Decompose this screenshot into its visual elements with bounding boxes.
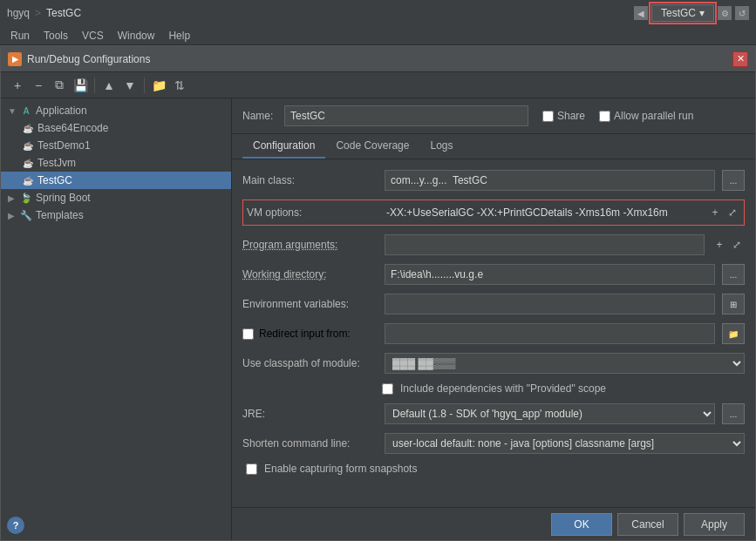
project-title: TestGC (46, 7, 81, 19)
env-vars-browse-button[interactable]: ⊞ (722, 294, 745, 314)
tree-item-testgc[interactable]: ☕ TestGC (1, 172, 231, 189)
program-args-input[interactable] (385, 234, 705, 255)
working-dir-browse-button[interactable]: ... (722, 264, 745, 285)
redirect-checkbox[interactable] (242, 328, 254, 340)
ok-button[interactable]: OK (551, 513, 612, 536)
menu-tools[interactable]: Tools (37, 28, 75, 44)
name-row: Name: Share Allow parallel run (232, 98, 755, 134)
copy-config-button[interactable]: ⧉ (50, 76, 69, 95)
sort-button[interactable]: ⇅ (170, 76, 189, 95)
java-file-icon: ☕ (22, 157, 34, 169)
tree-item-testjvm[interactable]: ☕ TestJvm (1, 154, 231, 172)
vm-add-button[interactable]: + (707, 205, 723, 220)
prog-args-add-button[interactable]: + (712, 237, 727, 253)
working-dir-label: Working directory: (242, 268, 378, 281)
vm-options-buttons: + ⤢ (707, 205, 740, 220)
redirect-check-group: Redirect input from: (242, 328, 378, 340)
application-group-icon: A (20, 105, 32, 117)
config-tree-panel: ▼ A Application ☕ Base64Encode ☕ TestDem… (1, 98, 232, 540)
env-vars-row: Environment variables: ⊞ (242, 294, 745, 314)
remove-config-button[interactable]: − (29, 76, 48, 95)
share-checkbox[interactable] (542, 111, 554, 122)
enable-snapshots-row: Enable capturing form snapshots (242, 463, 745, 475)
move-up-button[interactable]: ▲ (99, 76, 119, 95)
tab-logs[interactable]: Logs (419, 134, 463, 159)
tree-expand-arrow: ▼ (8, 106, 17, 116)
menu-bar: Run Tools VCS Window Help (0, 26, 756, 45)
dialog-body: ▼ A Application ☕ Base64Encode ☕ TestDem… (1, 98, 755, 540)
main-class-browse-button[interactable]: ... (722, 170, 745, 191)
name-input[interactable] (284, 105, 528, 126)
tree-item-templates[interactable]: ▶ 🔧 Templates (1, 206, 231, 224)
cancel-button[interactable]: Cancel (617, 513, 678, 536)
dialog-run-icon: ▶ (8, 52, 22, 66)
shorten-cmd-select[interactable]: user-local default: none - java [options… (385, 433, 745, 454)
redirect-input-row: Redirect input from: 📁 (242, 323, 745, 344)
move-down-button[interactable]: ▼ (120, 76, 140, 95)
templates-icon: 🔧 (20, 209, 32, 221)
save-config-button[interactable]: 💾 (71, 76, 90, 95)
share-label: Share (557, 110, 585, 122)
allow-parallel-group: Allow parallel run (599, 110, 693, 122)
working-dir-row: Working directory: ... (242, 264, 745, 285)
title-bar-left: hgyq > TestGC (7, 7, 81, 19)
dialog-footer: OK Cancel Apply (232, 507, 755, 540)
program-args-row: Program arguments: + ⤢ (242, 234, 745, 255)
working-dir-input[interactable] (385, 264, 715, 285)
tree-item-testdemo1[interactable]: ☕ TestDemo1 (1, 137, 231, 154)
redirect-browse-button[interactable]: 📁 (722, 323, 745, 344)
debug-icon[interactable]: ⚙ (718, 6, 732, 20)
prog-args-expand-button[interactable]: ⤢ (729, 237, 745, 253)
run-config-label: TestGC (661, 7, 696, 19)
spring-boot-icon: 🍃 (20, 192, 32, 204)
run-config-dropdown-icon: ▾ (699, 7, 705, 19)
java-file-icon: ☕ (22, 139, 34, 152)
dialog-close-button[interactable]: ✕ (732, 51, 748, 67)
run-config-button[interactable]: TestGC ▾ (651, 4, 714, 22)
tree-item-application[interactable]: ▼ A Application (1, 102, 231, 119)
config-tabs: Configuration Code Coverage Logs (232, 134, 755, 159)
menu-window[interactable]: Window (111, 28, 162, 44)
tree-item-label: Base64Encode (37, 122, 108, 134)
help-icon[interactable]: ? (7, 517, 24, 534)
menu-vcs[interactable]: VCS (75, 28, 111, 44)
jre-select[interactable]: Default (1.8 - SDK of 'hgyq_app' module) (385, 403, 715, 424)
classpath-label: Use classpath of module: (242, 357, 378, 369)
enable-snapshots-checkbox[interactable] (246, 463, 257, 475)
main-class-input[interactable] (385, 170, 715, 191)
config-content: Main class: ... VM options: + ⤢ Program … (232, 159, 755, 507)
vm-expand-button[interactable]: ⤢ (725, 205, 740, 220)
settings-icon[interactable]: ↺ (735, 6, 749, 20)
add-config-button[interactable]: + (8, 76, 27, 95)
vm-options-input[interactable] (383, 203, 700, 222)
tab-code-coverage[interactable]: Code Coverage (325, 134, 419, 159)
share-check-group: Share (542, 110, 585, 122)
tree-item-label: TestDemo1 (37, 139, 91, 152)
java-file-icon: ☕ (22, 174, 34, 186)
breadcrumb: hgyq (7, 7, 30, 19)
apply-button[interactable]: Apply (684, 513, 745, 536)
jre-browse-button[interactable]: ... (722, 403, 745, 424)
tree-item-springboot[interactable]: ▶ 🍃 Spring Boot (1, 189, 231, 206)
folder-button[interactable]: 📁 (149, 76, 168, 95)
title-bar: hgyq > TestGC ◀ TestGC ▾ ⚙ ↺ (0, 0, 756, 26)
redirect-input[interactable] (385, 323, 715, 344)
config-right-panel: Name: Share Allow parallel run Configura… (232, 98, 755, 540)
allow-parallel-label: Allow parallel run (614, 110, 693, 122)
classpath-select[interactable]: ▓▓▓ ▓▓▒▒▒ (385, 353, 745, 374)
back-icon[interactable]: ◀ (634, 6, 648, 20)
dialog-toolbar: + − ⧉ 💾 ▲ ▼ 📁 ⇅ (1, 72, 755, 98)
menu-help[interactable]: Help (161, 28, 197, 44)
program-args-label: Program arguments: (242, 239, 378, 251)
include-deps-checkbox[interactable] (382, 383, 393, 395)
dialog-title: Run/Debug Configurations (27, 53, 150, 65)
main-class-label: Main class: (242, 174, 378, 186)
allow-parallel-checkbox[interactable] (599, 111, 610, 122)
title-bar-right: ◀ TestGC ▾ ⚙ ↺ (634, 4, 749, 22)
tree-item-base64encode[interactable]: ☕ Base64Encode (1, 119, 231, 137)
menu-run[interactable]: Run (3, 28, 37, 44)
tab-configuration[interactable]: Configuration (242, 134, 325, 159)
jre-label: JRE: (242, 408, 378, 420)
env-vars-input[interactable] (385, 294, 715, 314)
java-file-icon: ☕ (22, 122, 34, 134)
